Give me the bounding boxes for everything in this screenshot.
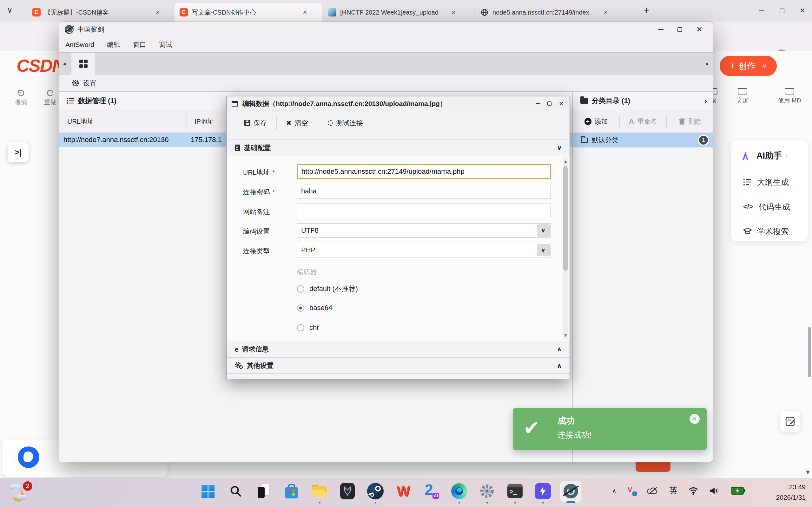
connection-type-select[interactable]: PHP ∨: [297, 243, 551, 258]
ai-assistant-header[interactable]: AI助手 ›: [731, 140, 808, 161]
ai-item-code[interactable]: </> 代码生成: [731, 194, 808, 219]
menu-debug[interactable]: 调试: [159, 40, 172, 49]
start-button[interactable]: [197, 481, 218, 502]
tab-close-icon[interactable]: ✕: [153, 8, 162, 17]
dialog-minimize-button[interactable]: [536, 103, 540, 104]
store-button[interactable]: [281, 481, 302, 502]
tab-list-chevron-icon[interactable]: ∨: [7, 6, 13, 14]
category-delete-button[interactable]: 删除: [667, 110, 713, 132]
scroll-down-icon[interactable]: ▼: [564, 333, 568, 338]
page-scrollbar-thumb[interactable]: [808, 327, 811, 377]
menu-window[interactable]: 窗口: [133, 40, 146, 49]
browser-restore-button[interactable]: [772, 4, 792, 17]
dropdown-arrow-icon[interactable]: ∨: [537, 224, 550, 236]
tray-expand-icon[interactable]: ∧: [612, 487, 616, 495]
battery-charging-icon[interactable]: [731, 487, 745, 495]
antsword-titlebar[interactable]: 中国蚁剑 ✕: [59, 22, 713, 37]
antsword-tabstrip: ◂ ▸: [59, 52, 713, 74]
taskbar-clock[interactable]: 23:49 2026/1/31: [776, 482, 806, 503]
antsword-taskbar-button[interactable]: [560, 481, 581, 502]
browser-close-button[interactable]: ✕: [793, 4, 812, 17]
browser-tab-1[interactable]: C 【无标题】-CSDN博客 ✕: [27, 3, 173, 21]
encoding-select[interactable]: UTF8 ∨: [297, 223, 551, 238]
clear-button[interactable]: ✖ 清空: [277, 116, 318, 130]
category-add-button[interactable]: + 添加: [573, 110, 619, 132]
steam-button[interactable]: [365, 481, 386, 502]
note-input[interactable]: [297, 204, 551, 218]
task-view-button[interactable]: [253, 481, 274, 502]
lightning-app-button[interactable]: [532, 481, 553, 502]
menu-edit[interactable]: 编辑: [107, 40, 120, 49]
search-icon: [230, 485, 242, 498]
tool-use-md[interactable]: 使用 MD: [770, 88, 809, 105]
file-explorer-button[interactable]: [309, 481, 330, 502]
chevron-right-icon[interactable]: ›: [704, 97, 707, 106]
create-button[interactable]: + 创作 ∨: [720, 56, 777, 76]
chat-assistant-icon[interactable]: [18, 446, 39, 468]
search-button[interactable]: [225, 481, 246, 502]
tab-close-icon[interactable]: ✕: [449, 8, 458, 17]
encoder-radio-chr[interactable]: chr: [297, 324, 319, 332]
redo-button[interactable]: 重做: [39, 89, 61, 107]
tab-close-icon[interactable]: ✕: [300, 8, 310, 17]
settings-bar[interactable]: 设置: [59, 74, 713, 92]
folder-outline-icon: [581, 137, 588, 143]
new-tab-button[interactable]: +: [644, 4, 650, 16]
wps-button[interactable]: W: [393, 481, 414, 502]
dropdown-arrow-icon[interactable]: ∨: [537, 244, 550, 256]
antsword-minimize-button[interactable]: [658, 29, 663, 30]
terminal-button[interactable]: >_: [505, 481, 525, 502]
section-request-info[interactable]: e 请求信息 ∧: [226, 341, 569, 357]
ai-item-outline[interactable]: 大纲生成: [731, 170, 808, 194]
sidebar-expand-toggle[interactable]: >|: [8, 142, 29, 162]
encoder-radio-base64[interactable]: base64: [297, 304, 332, 312]
section-other-settings[interactable]: 其他设置 ∧: [226, 357, 569, 374]
scrollbar-thumb[interactable]: [563, 166, 568, 271]
onedrive-offline-icon[interactable]: [647, 487, 658, 495]
antsword-close-button[interactable]: ✕: [696, 25, 703, 34]
edge-button[interactable]: [449, 481, 470, 502]
test-connection-button[interactable]: 测试连接: [318, 116, 372, 130]
category-count-badge: 1: [698, 135, 709, 146]
window-icon: [232, 101, 238, 107]
category-rename-button[interactable]: A 重命名: [620, 110, 666, 132]
antsword-maximize-button[interactable]: [677, 27, 682, 32]
browser-tab-3[interactable]: [HNCTF 2022 Week1]easy_upload ✕: [323, 3, 471, 21]
category-item-default[interactable]: 默认分类 1: [573, 133, 713, 148]
settings-app-button[interactable]: [476, 481, 498, 502]
ai-item-scholar[interactable]: 学术搜索: [731, 219, 808, 244]
quick-edit-card[interactable]: [780, 411, 800, 432]
weather-widget[interactable]: 2: [9, 483, 32, 503]
password-input[interactable]: [297, 184, 551, 199]
game-app-button[interactable]: [337, 481, 358, 502]
encoder-radio-default[interactable]: default (不推荐): [297, 284, 358, 294]
tabs-scroll-right-icon[interactable]: ▸: [706, 60, 709, 67]
wifi-icon[interactable]: [688, 487, 698, 495]
browser-tab-2-active[interactable]: C 写文章-CSDN创作中心 ✕: [174, 3, 322, 21]
form-scrollbar[interactable]: ▲ ▼: [563, 157, 568, 340]
tabs-scroll-left-icon[interactable]: ◂: [63, 60, 66, 67]
save-button[interactable]: 保存: [235, 116, 276, 130]
browser-tab-4[interactable]: node5.anna.nssctf.cn:27149/index. ✕: [475, 3, 628, 21]
tab-close-icon[interactable]: ✕: [601, 8, 610, 17]
menu-antsword[interactable]: AntSword: [65, 41, 94, 49]
column-url[interactable]: URL地址: [59, 110, 187, 132]
undo-button[interactable]: 撤消: [9, 89, 32, 107]
wps-tray-icon[interactable]: V: [627, 487, 636, 495]
browser-minimize-button[interactable]: [752, 4, 771, 17]
antsword-home-tab[interactable]: [71, 53, 96, 74]
translate-app-button[interactable]: 2 AI: [421, 481, 442, 502]
ime-indicator[interactable]: 英: [669, 485, 677, 496]
dialog-titlebar[interactable]: 编辑数据（http://node7.anna.nssctf.cn:20130/u…: [226, 96, 569, 111]
toast-close-button[interactable]: ✕: [690, 414, 700, 424]
dialog-restore-button[interactable]: [547, 102, 552, 106]
section-basic-config[interactable]: 基础配置 ∨: [226, 139, 569, 156]
category-panel-title: 分类目录 (1): [592, 96, 630, 106]
url-input[interactable]: [297, 164, 551, 179]
dialog-close-button[interactable]: ✕: [558, 100, 564, 108]
tool-widescreen[interactable]: 宽屏: [730, 88, 755, 105]
scroll-down-icon[interactable]: ▼: [805, 469, 811, 476]
data-panel-title: 数据管理 (1): [78, 96, 116, 106]
scroll-up-icon[interactable]: ▲: [564, 159, 568, 164]
volume-icon[interactable]: [709, 487, 720, 495]
